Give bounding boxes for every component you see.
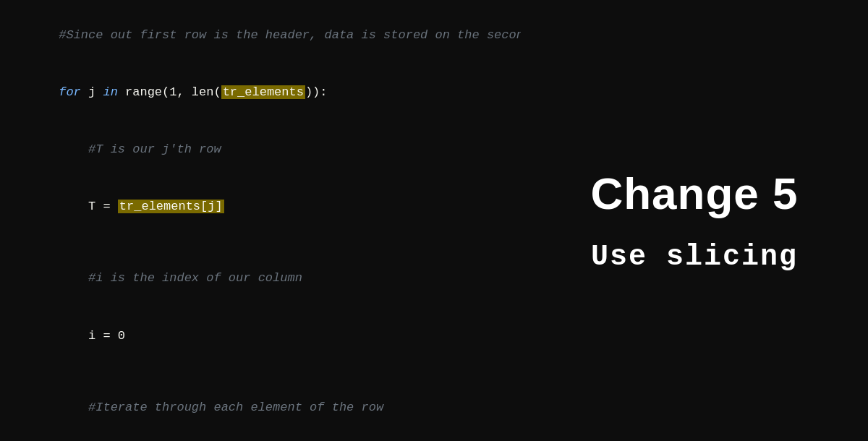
comment-3: #i is the index of our column <box>59 271 302 285</box>
code-line-4: T = tr_elements[j] <box>14 179 506 236</box>
main-container: #Since out first row is the header, data… <box>0 0 868 441</box>
code-panel: #Since out first row is the header, data… <box>0 0 521 441</box>
code-line-7: #Iterate through each element of the row <box>14 379 506 436</box>
kw-in-1: in <box>103 85 117 99</box>
comment-2: #T is our j'th row <box>59 142 221 156</box>
change-title: Change 5 <box>590 168 798 219</box>
code-line-2: for j in range(1, len(tr_elements)): <box>14 64 506 121</box>
kw-for-1: for <box>59 85 81 99</box>
code-line-8: for t in T.iterchildren(): <box>14 436 506 441</box>
comment-4: #Iterate through each element of the row <box>59 401 383 414</box>
code-line-6: i = 0 <box>14 307 506 364</box>
highlight-tr-elements-1: tr_elements <box>221 85 305 99</box>
right-panel: Change 5 Use slicing <box>521 0 868 441</box>
comment-1: #Since out first row is the header, data… <box>59 28 521 42</box>
spacer-2 <box>14 364 506 379</box>
code-line-1: #Since out first row is the header, data… <box>14 7 506 64</box>
spacer-1 <box>14 236 506 250</box>
code-line-3: #T is our j'th row <box>14 121 506 179</box>
highlight-tr-elements-2: tr_elements[j] <box>118 200 224 213</box>
code-line-5: #i is the index of our column <box>14 250 506 307</box>
use-slicing-label: Use slicing <box>591 241 798 273</box>
